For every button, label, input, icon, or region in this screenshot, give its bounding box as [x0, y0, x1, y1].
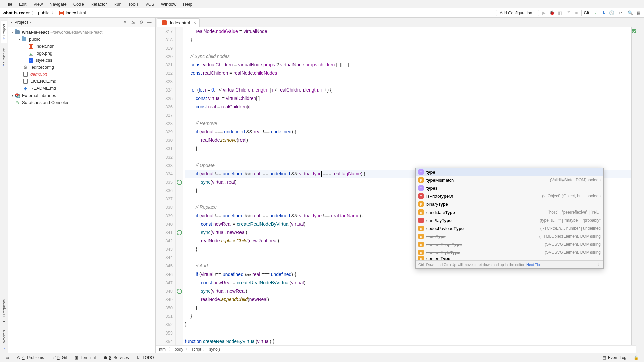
autocomplete-item[interactable]: ftypes [416, 184, 603, 192]
status-todo[interactable]: ☑TODO [133, 355, 156, 361]
debug-icon[interactable]: 🐞 [549, 10, 555, 16]
project-tree: ▾ what-is-react ~/deworker/edu/what-is-r… [8, 27, 155, 107]
project-panel-title[interactable]: Project [14, 20, 28, 25]
autocomplete-item[interactable]: pcontentStyleType(SVGSVGElement, DOM)str… [416, 248, 603, 256]
tree-file-style[interactable]: style.css [8, 57, 155, 64]
menu-bar: File Edit View Navigate Code Refactor Ru… [0, 0, 644, 8]
run-marker-icon[interactable] [177, 289, 182, 294]
autocomplete-item[interactable]: pcodecPayloadType(RTCRtpEn… number | und… [416, 224, 603, 232]
tree-scratches[interactable]: ✎Scratches and Consoles [8, 99, 155, 106]
tree-external-libraries[interactable]: ▸📚External Libraries [8, 92, 155, 99]
chevron-down-icon[interactable]: ▾ [11, 20, 12, 24]
breadcrumb-file[interactable]: index.html [66, 10, 86, 15]
editor-tabs: index.html × [156, 18, 636, 27]
autocomplete-item[interactable]: misPrototypeOf(v: Object) (Object, bui…b… [416, 192, 603, 200]
tree-file-logo[interactable]: logo.png [8, 50, 155, 57]
git-rollback-icon[interactable]: ↩ [617, 10, 623, 16]
status-bar: ▭ ⊘6: Problems ⎇9: Git ▣Terminal ⬢8: Ser… [0, 353, 644, 362]
run-icon[interactable]: ▶ [541, 10, 547, 16]
status-problems[interactable]: ⊘6: Problems [14, 355, 47, 361]
breadcrumb-separator: 〉 [51, 10, 56, 16]
autocomplete-item[interactable]: ftype [416, 168, 603, 176]
project-view-dropdown-icon[interactable]: ▾ [29, 20, 31, 24]
tree-file-readme[interactable]: ◆README.md [8, 85, 155, 92]
git-commit-icon[interactable]: ✓ [593, 10, 599, 16]
autocomplete-more-icon[interactable]: ⋮ [597, 262, 601, 267]
tool-tab-favorites[interactable]: 2: Favorites [1, 327, 7, 353]
menu-help[interactable]: Help [180, 1, 196, 8]
menu-edit[interactable]: Edit [16, 1, 30, 8]
status-event-log[interactable]: ▤Event Log [599, 355, 629, 361]
autocomplete-item[interactable]: pcodeType(HTMLObjectElement, DOM)string [416, 232, 603, 240]
git-label: Git: [584, 11, 591, 15]
tree-file-licence[interactable]: LICENCE.md [8, 78, 155, 85]
crumb-sync[interactable]: sync() [209, 347, 220, 352]
html-file-icon [59, 11, 64, 15]
editor-scrollbar-marks[interactable] [631, 27, 636, 345]
status-services[interactable]: ⬢8: Services [100, 355, 131, 361]
menu-tools[interactable]: Tools [125, 1, 142, 8]
menu-navigate[interactable]: Navigate [46, 1, 70, 8]
profile-icon[interactable]: ⏱ [565, 10, 571, 16]
menu-vcs[interactable]: VCS [142, 1, 158, 8]
lock-icon[interactable]: 🔒 [631, 355, 641, 361]
autocomplete-item[interactable]: pcandidateType"host" | "peerreflexive" |… [416, 208, 603, 216]
editor-breadcrumbs: html〉 body〉 script〉 sync() [156, 345, 636, 353]
close-tab-icon[interactable]: × [193, 20, 196, 25]
tab-label: index.html [170, 20, 190, 25]
coverage-icon[interactable]: ◧ [557, 10, 563, 16]
project-tool-window: ▾ Project ▾ ❖ ⇲ ⚙ — ▾ what-is-react ~/de… [8, 18, 156, 353]
menu-window[interactable]: Window [158, 1, 180, 8]
autocomplete-item[interactable]: mcanPlayType(type: s… "" | "maybe" | "pr… [416, 216, 603, 224]
ide-settings-icon[interactable]: ▦ [635, 10, 641, 16]
menu-refactor[interactable]: Refactor [87, 1, 110, 8]
tree-file-index[interactable]: index.html [8, 43, 155, 50]
menu-run[interactable]: Run [110, 1, 125, 8]
breadcrumb-folder[interactable]: public [38, 10, 49, 15]
gear-icon[interactable]: ⚙ [138, 19, 145, 26]
status-terminal[interactable]: ▣Terminal [72, 355, 98, 361]
crumb-html[interactable]: html [159, 347, 167, 352]
search-icon[interactable]: 🔍 [627, 10, 633, 16]
menu-view[interactable]: View [30, 1, 46, 8]
left-tool-rail: 1: Project 7: Structure Pull Requests 2:… [0, 18, 8, 353]
status-git[interactable]: ⎇9: Git [49, 355, 70, 361]
add-configuration-button[interactable]: Add Configuration... [496, 10, 539, 16]
menu-code[interactable]: Code [70, 1, 87, 8]
locate-icon[interactable]: ❖ [122, 19, 128, 26]
autocomplete-item[interactable]: pbinaryType [416, 200, 603, 208]
stop-icon[interactable]: ■ [573, 10, 579, 16]
autocomplete-item[interactable]: pcontentScriptType(SVGSVGElement, DOM)st… [416, 240, 603, 248]
run-marker-icon[interactable] [177, 180, 182, 185]
crumb-script[interactable]: script [192, 347, 201, 352]
expand-all-icon[interactable]: ⇲ [130, 19, 137, 26]
git-history-icon[interactable]: 🕓 [609, 10, 615, 16]
autocomplete-item[interactable]: ptypeMismatch(ValidityState, DOM)boolean [416, 176, 603, 184]
autocomplete-popup[interactable]: ftypeptypeMismatch(ValidityState, DOM)bo… [415, 168, 604, 269]
crumb-body[interactable]: body [175, 347, 183, 352]
tree-file-editorconfig[interactable]: ⚙.editorconfig [8, 64, 155, 71]
navigation-bar: what-is-react 〉 public 〉 index.html Add … [0, 8, 644, 18]
tool-tab-pull-requests[interactable]: Pull Requests [1, 296, 7, 325]
next-tip-link[interactable]: Next Tip [526, 263, 540, 267]
run-marker-icon[interactable] [177, 230, 182, 235]
html-file-icon [162, 20, 167, 25]
right-tool-rail [636, 18, 644, 353]
tool-tab-structure[interactable]: 7: Structure [1, 45, 7, 70]
tool-tab-project[interactable]: 1: Project [1, 20, 7, 43]
autocomplete-footer: Ctrl+Down and Ctrl+Up will move caret do… [416, 260, 603, 268]
editor-tab-index[interactable]: index.html × [157, 18, 200, 27]
editor-area: index.html × 317318319320321322323324325… [156, 18, 636, 353]
hide-icon[interactable]: — [146, 19, 153, 26]
tree-folder-public[interactable]: ▾ public [8, 36, 155, 43]
breadcrumb-project[interactable]: what-is-react [3, 10, 30, 15]
inspection-ok-icon[interactable] [632, 29, 636, 33]
autocomplete-item[interactable]: pcontentType [416, 256, 603, 260]
line-number-gutter: 3173183193203213223233243253263273283293… [156, 27, 176, 345]
tree-file-demo[interactable]: demo.txt [8, 71, 155, 78]
autocomplete-tip: Ctrl+Down and Ctrl+Up will move caret do… [418, 263, 524, 267]
tool-window-toggle-icon[interactable]: ▭ [3, 355, 12, 361]
menu-file[interactable]: File [2, 1, 16, 8]
tree-root[interactable]: ▾ what-is-react ~/deworker/edu/what-is-r… [8, 28, 155, 36]
git-update-icon[interactable]: ⬇ [601, 10, 607, 16]
